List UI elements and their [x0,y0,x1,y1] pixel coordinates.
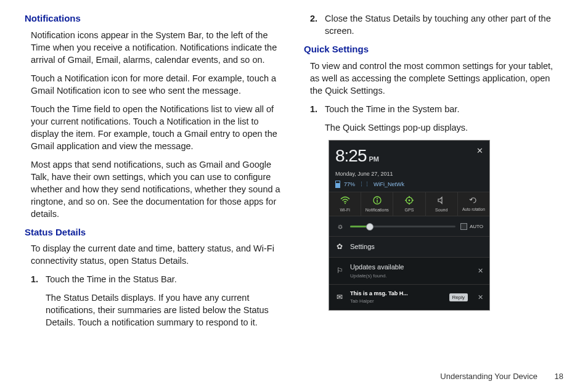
svg-point-2 [377,198,378,199]
para: Touch the Time field to open the Notific… [31,103,284,152]
para: To view and control the most common sett… [310,60,563,97]
brightness-slider[interactable] [350,226,455,227]
reply-button[interactable]: Reply [449,293,468,301]
rotate-icon [458,196,489,206]
brightness-icon: ☼ [335,221,345,232]
list-item: 2. Close the Status Details by touching … [310,12,563,37]
status-line: 77% ⋮⋮ WiFi_NetWk [329,178,489,192]
auto-brightness-toggle[interactable]: AUTO [460,223,483,230]
heading-status-details: Status Details [25,226,284,239]
para: Notification icons appear in the System … [31,29,284,66]
notif-sub: Update(s) found. [350,272,472,279]
battery-icon [335,181,340,188]
svg-point-0 [345,203,346,204]
list-number: 1. [310,103,325,134]
list-number: 2. [310,12,325,37]
footer-page: 18 [555,371,563,382]
list-item: 1. Touch the Time in the System bar. The… [310,103,563,134]
footer-section: Understanding Your Device [440,372,537,381]
info-icon [361,196,393,206]
wifi-ssid: WiFi_NetWk [374,181,404,188]
sound-icon [426,196,457,206]
left-column: Notifications Notification icons appear … [25,12,284,335]
para: To display the current date and time, ba… [31,242,284,267]
device-screenshot: 8:25 PM ✕ Monday, June 27, 2011 77% ⋮⋮ W… [329,140,490,311]
close-icon[interactable]: ✕ [475,144,484,158]
heading-notifications: Notifications [25,12,284,25]
wifi-icon [329,196,361,206]
qs-autorotation[interactable]: Auto rotation [458,192,489,216]
page-footer: Understanding Your Device 18 [440,371,563,382]
svg-rect-3 [377,200,377,203]
notif-title: This is a msg. Tab H... [350,290,443,297]
para: Touch a Notification icon for more detai… [31,72,284,97]
quick-settings-row: Wi-Fi Notifications GPS Sound Auto rotat… [329,192,489,216]
message-icon: ✉ [335,292,344,303]
battery-percent: 77% [344,181,355,188]
gps-icon [393,196,425,206]
list-subtext: The Quick Settings pop-up displays. [325,121,563,134]
panel-time: 8:25 PM [335,144,379,168]
heading-quick-settings: Quick Settings [304,43,563,56]
dismiss-icon[interactable]: ✕ [478,293,483,302]
list-item: 1. Touch the Time in the Status Bar. The… [31,273,284,329]
qs-notifications[interactable]: Notifications [361,192,393,216]
update-icon: ⚐ [335,266,344,276]
notif-title: Updates available [350,263,472,272]
settings-row[interactable]: ✿ Settings [329,237,489,258]
qs-sound[interactable]: Sound [426,192,458,216]
svg-point-5 [409,200,410,202]
notification-row[interactable]: ⚐ Updates available Update(s) found. ✕ [329,258,489,285]
list-text: Touch the Time in the System bar. [325,103,563,115]
dismiss-icon[interactable]: ✕ [478,266,483,276]
para: Most apps that send notifications, such … [31,158,284,220]
list-text: Close the Status Details by touching any… [325,12,563,37]
gear-icon: ✿ [335,242,344,252]
list-subtext: The Status Details displays. If you have… [46,292,284,329]
brightness-slider-row: ☼ AUTO [329,216,489,237]
list-number: 1. [31,273,46,329]
panel-date: Monday, June 27, 2011 [329,170,489,178]
qs-wifi[interactable]: Wi-Fi [329,192,361,216]
wifi-icon: ⋮⋮ [359,181,370,188]
settings-label: Settings [350,242,483,251]
notif-sub: Tab Halper [350,298,443,304]
notification-row[interactable]: ✉ This is a msg. Tab H... Tab Halper Rep… [329,285,489,309]
qs-gps[interactable]: GPS [393,192,425,216]
right-column: 2. Close the Status Details by touching … [304,12,563,335]
list-text: Touch the Time in the Status Bar. [46,273,284,285]
